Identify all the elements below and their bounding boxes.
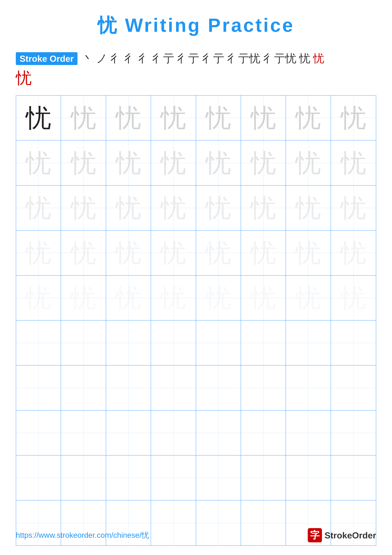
practice-char: 忧 (296, 195, 321, 220)
practice-char: 忧 (161, 240, 186, 265)
practice-char: 忧 (71, 195, 96, 220)
grid-cell (106, 455, 151, 500)
practice-char: 忧 (71, 150, 96, 175)
grid-cell (16, 365, 61, 410)
grid-cell: 忧 (331, 140, 376, 185)
stroke-order-badge: Stroke Order (16, 52, 78, 65)
footer-brand: 字 StrokeOrder (308, 528, 376, 542)
single-char-display: 忧 (16, 67, 392, 89)
practice-char: 忧 (251, 240, 276, 265)
practice-char: 忧 (251, 195, 276, 220)
stroke-step-12: 忧 (313, 51, 324, 66)
grid-cell (196, 410, 241, 455)
grid-cell: 忧 (286, 231, 331, 275)
practice-char: 忧 (26, 240, 51, 265)
practice-char: 忧 (26, 150, 51, 175)
grid-cell: 忧 (331, 186, 376, 231)
grid-cell (151, 321, 196, 365)
grid-row-8 (16, 410, 376, 455)
grid-cell (61, 410, 106, 455)
practice-char: 忧 (161, 105, 186, 131)
practice-char: 忧 (296, 240, 321, 265)
stroke-order-chars: 丶 ノ 彳 彳 彳 彳亍 彳亍 彳亍 彳亍忧 彳亍忧 忧 忧 (82, 51, 324, 66)
practice-char: 忧 (26, 285, 51, 311)
practice-char: 忧 (116, 195, 141, 220)
practice-char: 忧 (296, 105, 321, 131)
stroke-step-10: 彳亍忧 (263, 51, 296, 66)
grid-cell: 忧 (241, 140, 286, 185)
practice-char: 忧 (251, 105, 276, 131)
grid-cell (241, 365, 286, 410)
grid-cell: 忧 (331, 231, 376, 275)
stroke-step-1: 丶 (82, 51, 93, 66)
practice-char: 忧 (26, 195, 51, 220)
grid-cell (286, 365, 331, 410)
grid-cell: 忧 (196, 231, 241, 275)
grid-row-7 (16, 365, 376, 410)
practice-char: 忧 (341, 105, 366, 131)
stroke-step-2: ノ (96, 51, 107, 66)
grid-cell (196, 365, 241, 410)
grid-cell: 忧 (16, 276, 61, 321)
grid-cell (106, 321, 151, 365)
brand-name: StrokeOrder (324, 530, 376, 540)
grid-cell (16, 321, 61, 365)
grid-cell (151, 365, 196, 410)
grid-row-6 (16, 321, 376, 365)
grid-cell: 忧 (151, 186, 196, 231)
practice-char: 忧 (116, 150, 141, 175)
practice-grid: 忧 忧 忧 忧 忧 忧 忧 忧 忧 忧 忧 忧 忧 忧 忧 忧 忧 忧 忧 忧 … (16, 95, 376, 546)
brand-icon: 字 (308, 528, 322, 542)
grid-cell: 忧 (151, 140, 196, 185)
grid-cell: 忧 (196, 276, 241, 321)
grid-cell: 忧 (286, 95, 331, 140)
practice-char: 忧 (71, 285, 96, 311)
stroke-step-5: 彳 (138, 51, 149, 66)
grid-cell: 忧 (286, 276, 331, 321)
practice-char: 忧 (296, 150, 321, 175)
grid-row-3: 忧 忧 忧 忧 忧 忧 忧 忧 (16, 186, 376, 231)
practice-char: 忧 (341, 195, 366, 220)
grid-cell (196, 321, 241, 365)
practice-char: 忧 (341, 150, 366, 175)
grid-cell: 忧 (196, 95, 241, 140)
stroke-step-4: 彳 (124, 51, 135, 66)
grid-cell (106, 365, 151, 410)
grid-cell (61, 455, 106, 500)
grid-cell (331, 321, 376, 365)
grid-cell: 忧 (241, 231, 286, 275)
grid-cell (331, 455, 376, 500)
stroke-step-6: 彳亍 (152, 51, 174, 66)
grid-row-2: 忧 忧 忧 忧 忧 忧 忧 忧 (16, 140, 376, 185)
grid-cell: 忧 (61, 140, 106, 185)
footer: https://www.strokeorder.com/chinese/忧 字 … (0, 528, 392, 542)
practice-char: 忧 (161, 150, 186, 175)
grid-cell (241, 455, 286, 500)
practice-char: 忧 (71, 240, 96, 265)
practice-char: 忧 (161, 195, 186, 220)
practice-char: 忧 (206, 285, 231, 311)
grid-cell: 忧 (331, 95, 376, 140)
practice-char: 忧 (206, 240, 231, 265)
practice-char: 忧 (206, 105, 231, 131)
practice-char: 忧 (206, 195, 231, 220)
grid-cell (16, 410, 61, 455)
practice-char: 忧 (26, 105, 51, 131)
grid-cell (196, 455, 241, 500)
footer-url[interactable]: https://www.strokeorder.com/chinese/忧 (16, 530, 149, 540)
stroke-step-7: 彳亍 (177, 51, 199, 66)
stroke-step-11: 忧 (299, 51, 310, 66)
grid-cell (331, 365, 376, 410)
grid-cell: 忧 (196, 140, 241, 185)
grid-cell: 忧 (16, 95, 61, 140)
grid-cell: 忧 (241, 95, 286, 140)
practice-char: 忧 (161, 285, 186, 311)
grid-cell (151, 455, 196, 500)
grid-cell (61, 365, 106, 410)
page-title: 忧 Writing Practice (0, 0, 392, 38)
stroke-order-section: Stroke Order 丶 ノ 彳 彳 彳 彳亍 彳亍 彳亍 彳亍忧 彳亍忧 … (16, 51, 392, 66)
practice-char: 忧 (116, 105, 141, 131)
grid-cell: 忧 (196, 186, 241, 231)
grid-cell: 忧 (286, 186, 331, 231)
stroke-step-3: 彳 (110, 51, 121, 66)
